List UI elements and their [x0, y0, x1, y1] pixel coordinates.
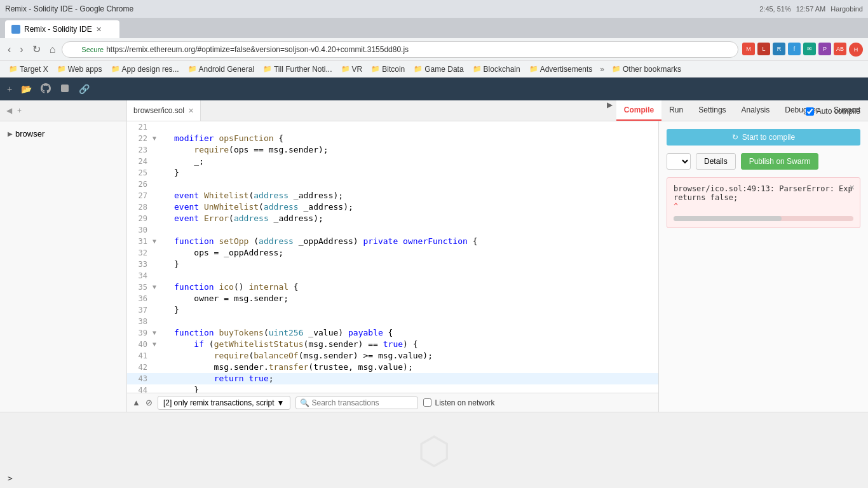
code-line-24: 24 _;	[127, 156, 658, 167]
bookmark-game-data[interactable]: 📁 Game Data	[410, 64, 467, 75]
code-line-26: 26	[127, 179, 658, 190]
folder-icon: 📁	[371, 65, 380, 73]
listen-on-network-label: Listen on network	[435, 398, 495, 407]
avatar-icon[interactable]: H	[849, 43, 863, 57]
url-display: https://remix.ethereum.org/#optimize=fal…	[106, 45, 409, 54]
bookmark-android[interactable]: 📁 Android General	[184, 64, 258, 75]
add-file-button[interactable]: +	[15, 105, 24, 116]
tabs-row: ◀ + browser/ico.sol ✕ ▶ Compile Run Sett…	[0, 100, 868, 121]
bookmark-other[interactable]: 📁 Other bookmarks	[608, 64, 685, 75]
bookmark-web-apps[interactable]: 📁 Web apps	[53, 64, 106, 75]
tab-spacer	[201, 100, 603, 121]
code-line-25: 25 }	[127, 167, 658, 179]
back-button[interactable]: ‹	[5, 43, 13, 57]
github-icon[interactable]	[39, 81, 53, 97]
folder-icon: 📁	[341, 65, 350, 73]
ext-icon-5[interactable]: ✉	[803, 43, 816, 55]
refresh-icon: ↻	[732, 133, 738, 142]
error-message: browser/ico.sol:49:13: ParserError: Exp	[674, 184, 853, 193]
error-scrollbar-thumb	[674, 216, 782, 221]
new-file-icon[interactable]: +	[5, 82, 14, 96]
bookmark-vr[interactable]: 📁 VR	[337, 64, 367, 75]
bottom-bar: ▲ ⊘ [2] only remix transactions, script …	[127, 393, 658, 412]
listen-row: Listen on network	[423, 398, 495, 407]
search-icon: 🔍	[300, 398, 309, 407]
code-line-43: 43 return true;	[127, 373, 658, 384]
chrome-titlebar: Remix - Solidity IDE - Google Chrome 2:4…	[0, 0, 868, 18]
error-scrollbar[interactable]	[674, 216, 853, 221]
code-line-42: 42 msg.sender.transfer(trustee, msg.valu…	[127, 362, 658, 373]
terminal-area: ⬡ >	[0, 412, 868, 488]
compile-btn-label: Start to compile	[742, 133, 795, 142]
file-tab-close[interactable]: ✕	[188, 107, 194, 115]
folder-icon: 📁	[188, 65, 197, 73]
main-content: ▶ browser 21 22 ▼ modifier opsFu	[0, 121, 868, 412]
error-close-button[interactable]: ✕	[850, 182, 855, 192]
link-icon[interactable]: 🔗	[77, 82, 92, 96]
folder-icon: 📁	[473, 65, 482, 73]
ext-icon-7[interactable]: AB	[834, 43, 846, 55]
tx-dropdown[interactable]: [2] only remix transactions, script ▼	[158, 396, 290, 410]
folder-icon: 📁	[263, 65, 272, 73]
ext-icon-2[interactable]: L	[757, 43, 770, 55]
tab-close-button[interactable]: ✕	[96, 25, 102, 34]
collapse-panel-button[interactable]: ◀	[4, 105, 15, 116]
error-panel: ✕ browser/ico.sol:49:13: ParserError: Ex…	[667, 177, 860, 228]
folder-icon: 📁	[414, 65, 423, 73]
file-tab[interactable]: browser/ico.sol ✕	[127, 100, 201, 121]
code-line-37: 37 }	[127, 304, 658, 316]
gist-icon[interactable]	[58, 81, 72, 97]
bookmark-target-x[interactable]: 📁 Target X	[5, 64, 52, 75]
sidebar-arrow: ▶	[8, 130, 13, 137]
tab-right-arrow[interactable]: ▶	[603, 100, 616, 121]
bookmarks-bar: 📁 Target X 📁 Web apps 📁 App design res..…	[0, 61, 868, 78]
folder-icon: 📁	[529, 65, 538, 73]
listen-on-network-checkbox[interactable]	[423, 398, 431, 407]
start-to-compile-button[interactable]: ↻ Start to compile	[667, 129, 860, 146]
publish-on-swarm-button[interactable]: Publish on Swarm	[741, 153, 819, 170]
ext-icon-1[interactable]: M	[742, 43, 755, 55]
search-transactions-input[interactable]	[312, 398, 414, 407]
tab-settings[interactable]: Settings	[691, 100, 733, 121]
bookmarks-more-button[interactable]: »	[597, 64, 607, 75]
bookmark-till-further[interactable]: 📁 Till Further Noti...	[259, 64, 336, 75]
browser-tab[interactable]: Remix - Solidity IDE ✕	[5, 20, 119, 38]
open-folder-icon[interactable]: 📂	[19, 82, 34, 96]
code-line-27: 27 event Whitelist(address _address);	[127, 190, 658, 201]
address-input-wrapper[interactable]: Secure https://remix.ethereum.org/#optim…	[62, 41, 738, 58]
chevron-down-icon: ▼	[277, 398, 285, 407]
ext-icon-3[interactable]: R	[773, 43, 785, 55]
extension-icons: M L R f ✉ P AB H	[742, 43, 863, 57]
code-editor[interactable]: 21 22 ▼ modifier opsFunction { 23	[127, 121, 658, 393]
home-button[interactable]: ⌂	[47, 43, 58, 57]
folder-icon: 📁	[9, 65, 18, 73]
search-wrapper: 🔍	[295, 396, 418, 409]
bookmark-blockchain[interactable]: 📁 Blockchain	[469, 64, 524, 75]
code-line-30: 30	[127, 224, 658, 236]
right-panel-content: ↻ Start to compile Auto compile Details …	[659, 121, 868, 412]
clear-transactions-icon[interactable]: ⊘	[146, 398, 153, 407]
ext-icon-6[interactable]: P	[818, 43, 831, 55]
tab-compile[interactable]: Compile	[616, 100, 661, 121]
tx-dropdown-label: [2] only remix transactions, script	[163, 398, 275, 407]
error-caret: ^	[674, 202, 853, 211]
ext-icon-4[interactable]: f	[788, 43, 801, 55]
tab-run[interactable]: Run	[661, 100, 691, 121]
code-line-21: 21	[127, 121, 658, 133]
code-line-29: 29 event Error(address _address);	[127, 213, 658, 224]
version-select[interactable]	[667, 153, 691, 170]
tab-analysis[interactable]: Analysis	[734, 100, 778, 121]
bookmark-app-design[interactable]: 📁 App design res...	[107, 64, 183, 75]
code-line-22: 22 ▼ modifier opsFunction {	[127, 133, 658, 144]
code-line-32: 32 ops = _oppAddress;	[127, 247, 658, 259]
code-line-39: 39 ▼ function buyTokens(uint256 _value) …	[127, 327, 658, 339]
toggle-panel-icon[interactable]: ▲	[132, 398, 140, 407]
sidebar-item-browser[interactable]: ▶ browser	[0, 126, 126, 141]
code-line-23: 23 require(ops == msg.sender);	[127, 144, 658, 156]
folder-icon: 📁	[57, 65, 66, 73]
bookmark-advertisements[interactable]: 📁 Advertisements	[526, 64, 597, 75]
bookmark-bitcoin[interactable]: 📁 Bitcoin	[367, 64, 409, 75]
reload-button[interactable]: ↻	[30, 42, 43, 57]
forward-button[interactable]: ›	[17, 43, 25, 57]
details-button[interactable]: Details	[696, 153, 736, 170]
